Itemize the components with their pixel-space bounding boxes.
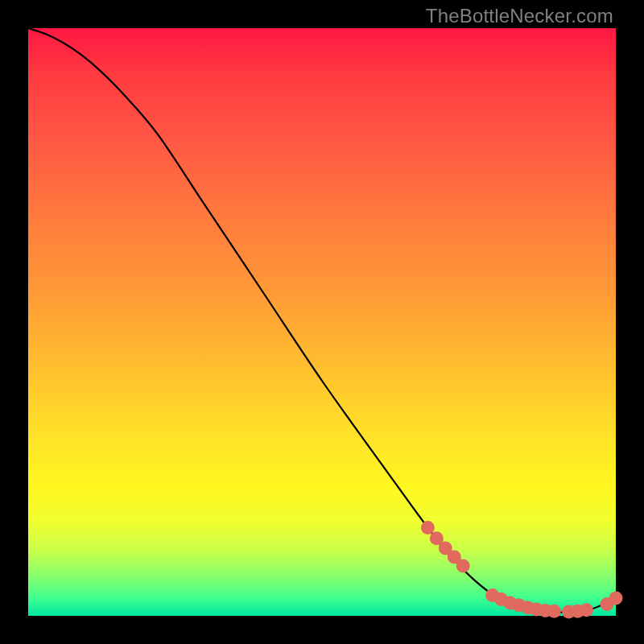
data-marker xyxy=(580,603,593,617)
chart-frame: TheBottleNecker.com xyxy=(0,0,644,644)
marker-group xyxy=(421,521,623,618)
data-marker xyxy=(547,605,561,618)
data-marker xyxy=(421,521,435,535)
data-marker xyxy=(456,559,470,572)
attribution-watermark: TheBottleNecker.com xyxy=(426,5,613,27)
bottleneck-curve xyxy=(28,28,616,613)
data-marker xyxy=(609,592,623,605)
chart-overlay xyxy=(28,28,616,616)
